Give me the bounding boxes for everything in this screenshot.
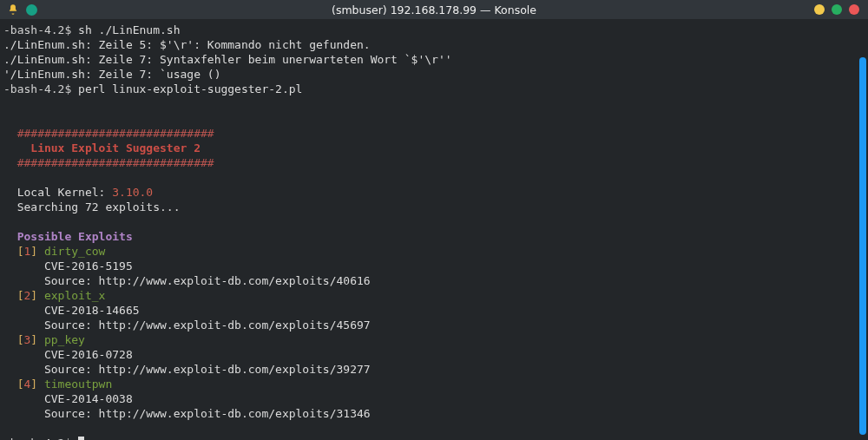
session-indicator-dot [26,4,37,16]
scrollbar-thumb[interactable] [859,57,866,435]
bell-icon [7,3,19,16]
titlebar-left [0,3,37,16]
minimize-button[interactable] [814,4,825,15]
window-controls [814,4,859,15]
titlebar: (smbuser) 192.168.178.99 — Konsole [0,0,868,19]
maximize-button[interactable] [832,4,842,15]
close-button[interactable] [849,4,859,15]
terminal[interactable]: -bash-4.2$ sh ./LinEnum.sh ./LinEnum.sh:… [0,19,868,440]
window-title: (smbuser) 192.168.178.99 — Konsole [0,3,868,16]
scrollbar[interactable] [859,36,866,437]
